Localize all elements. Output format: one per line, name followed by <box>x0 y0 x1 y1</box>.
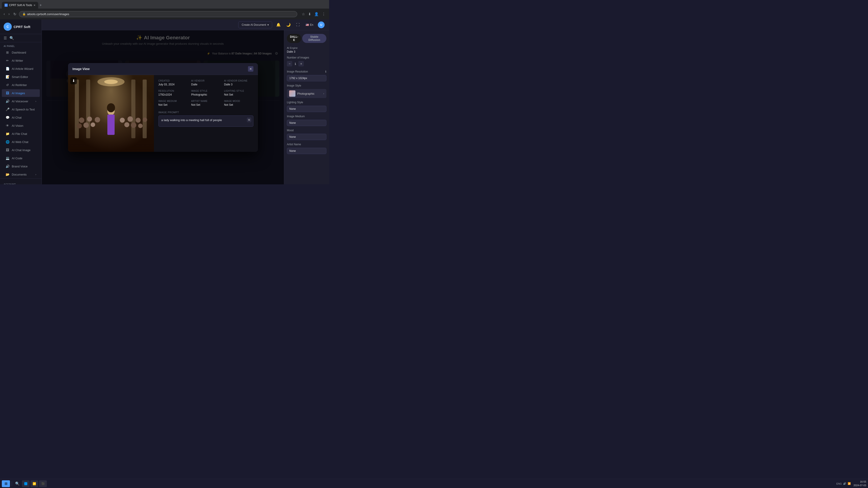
sidebar-item-ai-images[interactable]: 🖼 AI Images <box>2 89 40 97</box>
logo-text: CPRT Soft <box>13 25 30 29</box>
sidebar: C CPRT Soft ☰ 🔍 AI PANEL ⊞ Dashboard ✏ A… <box>0 20 42 184</box>
sidebar-item-ai-vision[interactable]: 👁 AI Vision <box>2 122 40 129</box>
account-section-label: ACCOUNT <box>0 181 41 184</box>
sidebar-item-ai-article-wizard[interactable]: 📄 AI Article Wizard <box>2 65 40 72</box>
lighting-select[interactable]: None <box>287 106 327 112</box>
modal-body: ⬇ CREATED July 03, 2024 AI VENDOR <box>68 75 258 152</box>
prompt-box: a lady walking into a meeting hall full … <box>158 116 253 127</box>
svg-point-23 <box>127 116 133 122</box>
ai-images-icon: 🖼 <box>5 91 9 95</box>
resolution-label: RESOLUTION <box>158 90 188 92</box>
crowd-scene-svg <box>68 75 154 152</box>
resolution-value: 1792x1024 <box>158 93 188 96</box>
style-option[interactable]: Photographic › <box>287 89 327 98</box>
artist-label: Artist Name <box>287 143 301 146</box>
sidebar-search-btn[interactable]: 🔍 <box>9 36 14 40</box>
documents-arrow-icon: › <box>35 173 36 176</box>
url-field[interactable]: 🔒 aitools.cprtsoft.com/user/images <box>19 11 297 17</box>
app-container: C CPRT Soft ☰ 🔍 AI PANEL ⊞ Dashboard ✏ A… <box>0 20 329 184</box>
ai-engine-label: AI Engine <box>287 46 327 49</box>
sidebar-item-dashboard[interactable]: ⊞ Dashboard <box>2 48 40 56</box>
sidebar-item-ai-rewriter[interactable]: ↺ AI ReWriter <box>2 81 40 89</box>
copy-prompt-btn[interactable]: ⧉ <box>247 118 251 122</box>
sidebar-item-label-documents: Documents <box>12 173 27 176</box>
num-images-title: Number of Images <box>287 56 327 59</box>
medium-select[interactable]: None <box>287 120 327 126</box>
lighting-value: Not Set <box>224 93 253 96</box>
modal-overlay[interactable]: Image View ✕ <box>42 30 284 184</box>
sidebar-item-label-ai-writer: AI Writer <box>12 59 23 62</box>
num-decrease-btn[interactable]: − <box>287 61 292 66</box>
image-style-value: Photographic <box>191 93 220 96</box>
active-tab[interactable]: C CPRT Soft AI Tools ✕ <box>2 2 38 8</box>
sidebar-item-ai-writer[interactable]: ✏ AI Writer <box>2 57 40 64</box>
profile-btn[interactable]: 👤 <box>313 11 320 17</box>
create-doc-btn[interactable]: Create AI Document ▾ <box>238 22 272 28</box>
tab-title: CPRT Soft AI Tools <box>9 4 32 7</box>
new-tab-btn[interactable]: + <box>38 2 43 8</box>
sidebar-item-ai-chat[interactable]: 💬 AI Chat <box>2 113 40 121</box>
sidebar-item-label-ai-chat-image: AI Chat Image <box>12 149 31 152</box>
artist-select[interactable]: None <box>287 148 327 154</box>
dark-mode-btn[interactable]: 🌙 <box>285 21 292 28</box>
user-avatar[interactable]: U <box>318 22 324 28</box>
sidebar-item-label-ai-code: AI Code <box>12 157 22 160</box>
notifications-btn[interactable]: 🔔 <box>275 21 282 28</box>
style-thumbnail <box>289 90 296 97</box>
sidebar-item-ai-chat-image[interactable]: 🖼 AI Chat Image <box>2 146 40 154</box>
sidebar-item-ai-file-chat[interactable]: 📁 AI File Chat <box>2 130 40 138</box>
modal-image-area: ⬇ <box>68 75 154 152</box>
url-text: aitools.cprtsoft.com/user/images <box>27 12 69 16</box>
sidebar-item-ai-speech[interactable]: 🎤 AI Speech to Text <box>2 105 40 113</box>
forward-btn[interactable]: › <box>7 11 10 17</box>
tab-close-btn[interactable]: ✕ <box>33 4 35 7</box>
svg-point-34 <box>107 103 115 112</box>
ai-speech-icon: 🎤 <box>5 107 9 111</box>
image-style-cell: IMAGE STYLE Photographic <box>191 90 220 96</box>
image-view-modal: Image View ✕ <box>68 63 258 152</box>
sidebar-item-smart-editor[interactable]: 📝 Smart Editor <box>2 73 40 80</box>
artist-value: Not Set <box>191 103 220 106</box>
sidebar-item-label-ai-web-chat: AI Web Chat <box>12 140 28 144</box>
sidebar-logo: C CPRT Soft <box>0 20 41 34</box>
sidebar-item-ai-voiceover[interactable]: 🔊 AI Voiceover › <box>2 97 40 105</box>
num-images-value: 1 <box>294 62 296 66</box>
ai-article-wizard-icon: 📄 <box>5 67 9 70</box>
sidebar-item-label-ai-article-wizard: AI Article Wizard <box>12 67 33 70</box>
sidebar-item-label-ai-rewriter: AI ReWriter <box>12 84 27 87</box>
back-btn[interactable]: ‹ <box>3 11 6 17</box>
dashboard-icon: ⊞ <box>5 51 9 54</box>
sidebar-item-documents[interactable]: 📂 Documents › <box>2 170 40 178</box>
modal-close-btn[interactable]: ✕ <box>248 66 253 72</box>
resolution-select[interactable]: 1792 x 1024px <box>287 75 327 81</box>
medium-label: IMAGE MEDIUM <box>158 100 188 102</box>
download-btn[interactable]: ⬇ <box>307 11 312 17</box>
sidebar-item-ai-web-chat[interactable]: 🌐 AI Web Chat <box>2 138 40 146</box>
sidebar-item-ai-code[interactable]: 💻 AI Code <box>2 154 40 162</box>
browser-chrome: C CPRT Soft AI Tools ✕ + ‹ › ↻ 🔒 aitools… <box>0 0 329 20</box>
main-content: Create AI Document ▾ 🔔 🌙 ⛶ 🇺🇸 En U ✨ AI … <box>42 20 329 184</box>
modal-info: CREATED July 03, 2024 AI VENDOR Dalle AI… <box>154 75 258 152</box>
bookmark-btn[interactable]: ☆ <box>301 11 306 17</box>
style-value: Photographic <box>297 92 315 95</box>
tab-favicon: C <box>4 4 8 7</box>
info-grid: CREATED July 03, 2024 AI VENDOR Dalle AI… <box>158 79 253 106</box>
info-icon: ℹ <box>325 70 327 73</box>
dalle-engine-btn[interactable]: DALL-E <box>287 34 301 43</box>
sd-engine-btn[interactable]: Stable Diffusion <box>302 34 327 43</box>
svg-point-29 <box>124 122 129 127</box>
expand-btn[interactable]: ⛶ <box>295 22 301 28</box>
modal-download-btn[interactable]: ⬇ <box>70 77 77 84</box>
reload-btn[interactable]: ↻ <box>12 11 17 17</box>
sidebar-header-actions: ☰ 🔍 <box>0 34 41 42</box>
num-increase-btn[interactable]: + <box>298 61 304 66</box>
mood-select[interactable]: None <box>287 134 327 140</box>
center-panel: ✨ AI Image Generator Unleash your creati… <box>42 30 284 184</box>
svg-point-22 <box>120 118 125 123</box>
svg-point-24 <box>135 118 141 123</box>
menu-btn[interactable]: ⋮ <box>321 11 327 17</box>
sidebar-menu-btn[interactable]: ☰ <box>4 36 7 40</box>
language-selector[interactable]: 🇺🇸 En <box>304 22 315 27</box>
resolution-section: Image Resolution ℹ <box>287 70 327 73</box>
sidebar-item-brand-voice[interactable]: 🔊 Brand Voice <box>2 162 40 170</box>
